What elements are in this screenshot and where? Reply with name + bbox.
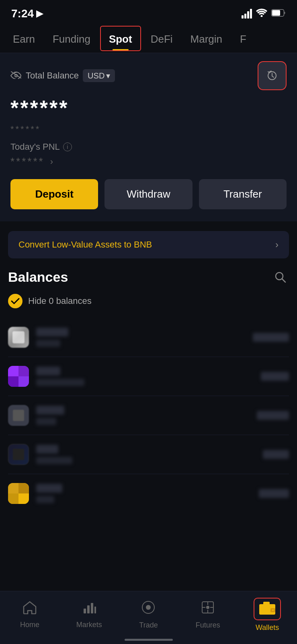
coin-info-4 bbox=[36, 445, 263, 464]
pnl-value: ****** bbox=[10, 155, 45, 168]
action-buttons: Deposit Withdraw Transfer bbox=[10, 179, 287, 209]
tab-f[interactable]: F bbox=[231, 25, 255, 52]
svg-rect-19 bbox=[263, 602, 270, 605]
hide-zero-checkbox[interactable] bbox=[8, 294, 23, 308]
coin-info-1 bbox=[36, 328, 253, 347]
tab-funding[interactable]: Funding bbox=[44, 25, 99, 52]
pnl-label: Today's PNL i bbox=[10, 142, 287, 152]
convert-banner[interactable]: Convert Low-Value Assets to BNB › bbox=[8, 231, 289, 258]
svg-rect-7 bbox=[87, 605, 90, 613]
nav-trade-label: Trade bbox=[139, 621, 158, 630]
coin-sub-blurred-5 bbox=[36, 496, 54, 503]
balance-item[interactable] bbox=[8, 435, 289, 474]
balance-item[interactable] bbox=[8, 357, 289, 396]
balances-section: Balances Hide 0 balances bbox=[0, 268, 297, 513]
tab-earn[interactable]: Earn bbox=[4, 25, 44, 52]
svg-rect-2 bbox=[272, 10, 280, 16]
location-arrow-icon: ▶ bbox=[36, 8, 43, 19]
nav-item-home[interactable]: Home bbox=[0, 601, 59, 629]
coin-value-blurred bbox=[253, 333, 289, 342]
coin-name-blurred-3 bbox=[36, 406, 64, 415]
signal-icon bbox=[242, 9, 252, 19]
svg-point-11 bbox=[146, 605, 151, 610]
coin-icon-2 bbox=[8, 366, 29, 387]
nav-item-markets[interactable]: Markets bbox=[59, 601, 119, 629]
coin-sub-blurred-4 bbox=[36, 457, 72, 464]
coin-info-5 bbox=[36, 484, 259, 503]
pnl-value-row: ****** › bbox=[10, 155, 287, 168]
coin-sub-blurred-3 bbox=[36, 418, 56, 425]
coin-name-blurred-5 bbox=[36, 484, 62, 493]
coin-value-blurred-5 bbox=[259, 489, 289, 498]
search-button[interactable] bbox=[271, 268, 289, 286]
trade-icon bbox=[141, 600, 156, 618]
coin-value-blurred-3 bbox=[257, 411, 289, 420]
balance-list bbox=[8, 318, 289, 513]
balance-header: Total Balance USD ▾ bbox=[10, 61, 287, 90]
coin-icon-4 bbox=[8, 444, 29, 465]
balance-amount: ****** bbox=[10, 96, 287, 120]
coin-icon-5 bbox=[8, 483, 29, 504]
tab-margin[interactable]: Margin bbox=[182, 25, 231, 52]
transfer-button[interactable]: Transfer bbox=[199, 179, 287, 209]
nav-futures-label: Futures bbox=[196, 621, 220, 630]
wallet-icon bbox=[258, 610, 276, 617]
convert-chevron-icon: › bbox=[275, 239, 279, 250]
dropdown-arrow-icon: ▾ bbox=[106, 71, 110, 80]
bottom-navigation: Home Markets Trade bbox=[0, 591, 297, 644]
tab-navigation: Earn Funding Spot DeFi Margin F bbox=[0, 24, 297, 53]
balances-title: Balances bbox=[8, 269, 68, 285]
wallets-active-border bbox=[254, 598, 281, 620]
eye-slash-icon bbox=[10, 71, 22, 80]
currency-selector[interactable]: USD ▾ bbox=[83, 69, 115, 82]
svg-point-13 bbox=[206, 606, 209, 609]
svg-point-21 bbox=[272, 609, 274, 611]
coin-name-blurred-4 bbox=[36, 445, 58, 454]
withdraw-button[interactable]: Withdraw bbox=[104, 179, 192, 209]
svg-rect-8 bbox=[91, 603, 93, 613]
total-balance-label: Total Balance bbox=[26, 70, 79, 81]
coin-info-3 bbox=[36, 406, 257, 425]
coin-name-blurred bbox=[36, 328, 68, 336]
svg-point-0 bbox=[261, 15, 263, 17]
status-icons bbox=[242, 8, 286, 19]
coin-icon-3 bbox=[8, 405, 29, 426]
deposit-button[interactable]: Deposit bbox=[10, 179, 98, 209]
tab-spot[interactable]: Spot bbox=[100, 26, 141, 51]
markets-icon bbox=[82, 601, 96, 617]
nav-item-trade[interactable]: Trade bbox=[119, 600, 178, 630]
coin-sub-blurred bbox=[36, 340, 60, 347]
nav-item-futures[interactable]: Futures bbox=[178, 600, 238, 630]
hide-zero-label: Hide 0 balances bbox=[28, 296, 92, 306]
pnl-chevron-icon[interactable]: › bbox=[50, 157, 53, 167]
info-icon[interactable]: i bbox=[63, 142, 72, 151]
nav-markets-label: Markets bbox=[76, 621, 102, 629]
coin-sub-blurred-2 bbox=[36, 379, 84, 386]
coin-name-blurred-2 bbox=[36, 367, 60, 376]
coin-value-blurred-2 bbox=[261, 372, 289, 381]
balances-header: Balances bbox=[8, 268, 289, 286]
tab-defi[interactable]: DeFi bbox=[142, 25, 182, 52]
futures-icon bbox=[201, 600, 215, 618]
hide-zero-balances-row: Hide 0 balances bbox=[8, 294, 289, 308]
svg-point-3 bbox=[15, 74, 17, 77]
nav-wallets-label: Wallets bbox=[256, 623, 279, 632]
balance-item[interactable] bbox=[8, 318, 289, 357]
balance-item[interactable] bbox=[8, 396, 289, 435]
coin-info-2 bbox=[36, 367, 261, 386]
history-button[interactable] bbox=[258, 61, 287, 90]
coin-icon-1 bbox=[8, 327, 29, 348]
balance-section: Total Balance USD ▾ ****** ****** Today'… bbox=[0, 53, 297, 221]
balance-label: Total Balance USD ▾ bbox=[10, 69, 115, 82]
status-time: 7:24 ▶ bbox=[11, 7, 43, 20]
coin-value-blurred-4 bbox=[263, 450, 289, 459]
nav-item-wallets[interactable]: Wallets bbox=[238, 598, 297, 632]
nav-home-label: Home bbox=[20, 621, 39, 629]
status-bar: 7:24 ▶ bbox=[0, 0, 297, 24]
balance-item[interactable] bbox=[8, 474, 289, 513]
home-indicator bbox=[125, 639, 173, 641]
wifi-icon bbox=[256, 8, 267, 19]
convert-text: Convert Low-Value Assets to BNB bbox=[18, 239, 152, 250]
balance-sub: ****** bbox=[10, 124, 287, 134]
svg-rect-6 bbox=[84, 609, 86, 613]
